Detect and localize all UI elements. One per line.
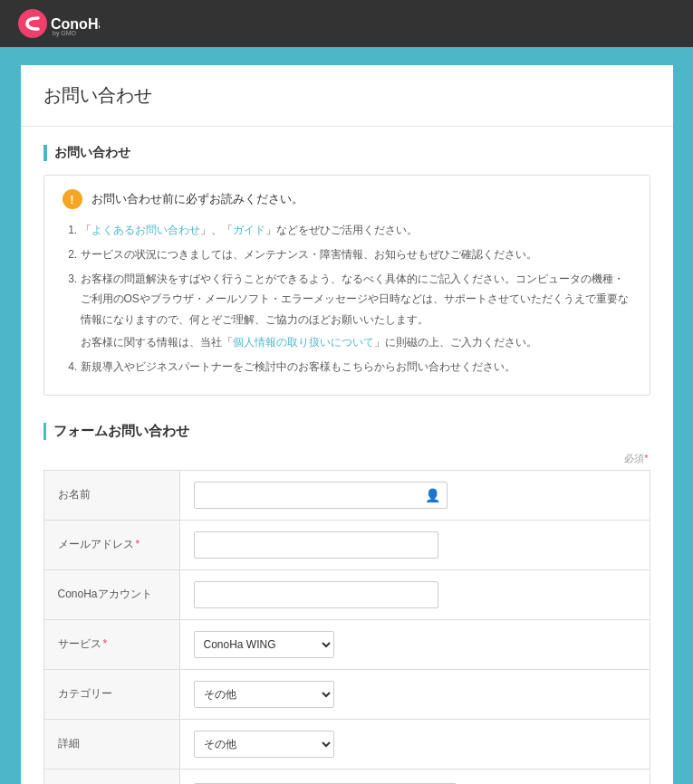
notice-section: お問い合わせ ! お問い合わせ前に必ずお読みください。 「よくあるお問い合わせ」…	[21, 127, 673, 423]
privacy-link[interactable]: 個人情報の取り扱いについて	[233, 336, 374, 349]
question-input-cell	[179, 769, 650, 784]
person-icon: 👤	[425, 488, 440, 502]
detail-label: 詳細	[43, 719, 179, 769]
guide-link[interactable]: ガイド	[233, 224, 265, 236]
contact-form-table: お名前 👤 メールアドレス ConoHaアカウント	[43, 470, 650, 784]
name-row: お名前 👤	[43, 470, 650, 520]
category-row: カテゴリー その他 お支払い 申し込み 技術的な質問	[43, 669, 650, 719]
faq-link[interactable]: よくあるお問い合わせ	[91, 224, 200, 236]
category-select[interactable]: その他 お支払い 申し込み 技術的な質問	[194, 681, 334, 708]
name-input-wrapper: 👤	[194, 482, 448, 509]
form-section-title: フォームお問い合わせ	[43, 423, 189, 440]
account-input[interactable]	[194, 581, 438, 608]
service-input-cell: ConoHa WING ConoHa VPS ConoHa for GAME C…	[179, 619, 650, 669]
section-header: お問い合わせ	[43, 145, 650, 161]
email-row: メールアドレス	[43, 520, 650, 569]
account-label: ConoHaアカウント	[43, 569, 179, 619]
detail-input-cell: その他 詳細1 詳細2	[179, 719, 650, 769]
svg-point-0	[18, 9, 47, 38]
notice-title-text: お問い合わせ前に必ずお読みください。	[91, 191, 303, 207]
account-row: ConoHaアカウント	[43, 569, 650, 619]
page-title: お問い合わせ	[43, 83, 650, 108]
svg-text:by GMO: by GMO	[53, 30, 77, 37]
logo: ConoHa by GMO	[18, 9, 100, 38]
notice-item-1: 「よくあるお問い合わせ」、「ガイド」などをぜひご活用ください。	[81, 220, 631, 241]
service-select[interactable]: ConoHa WING ConoHa VPS ConoHa for GAME C…	[194, 631, 334, 658]
question-label: ご質問内容	[43, 769, 179, 784]
question-row: ご質問内容	[43, 769, 650, 784]
form-section-header: フォームお問い合わせ	[43, 423, 650, 447]
page-title-bar: お問い合わせ	[21, 65, 673, 127]
service-label: サービス	[43, 619, 179, 669]
notice-item-3: お客様の問題解決をすばやく行うことができるよう、なるべく具体的にご記入ください。…	[81, 269, 631, 353]
notice-sub-3: お客様に関する情報は、当社「個人情報の取り扱いについて」に則磁の上、ご入力くださ…	[81, 332, 631, 353]
notice-header: ! お問い合わせ前に必ずお読みください。	[63, 189, 631, 209]
main-content: お問い合わせ お問い合わせ ! お問い合わせ前に必ずお読みください。 「よくある…	[21, 65, 673, 784]
name-label: お名前	[43, 470, 179, 520]
form-section: フォームお問い合わせ 必須* お名前 👤 メールアドレス	[21, 423, 673, 784]
notice-list: 「よくあるお問い合わせ」、「ガイド」などをぜひご活用ください。 サービスの状況に…	[63, 220, 631, 378]
required-star: *	[644, 453, 648, 464]
section-bar	[43, 145, 47, 161]
service-row: サービス ConoHa WING ConoHa VPS ConoHa for G…	[43, 619, 650, 669]
account-input-cell	[179, 569, 650, 619]
category-label: カテゴリー	[43, 669, 179, 719]
category-input-cell: その他 お支払い 申し込み 技術的な質問	[179, 669, 650, 719]
email-label: メールアドレス	[43, 520, 179, 569]
name-input[interactable]	[194, 482, 448, 509]
required-note-text: 必須	[624, 453, 644, 464]
section-title: お問い合わせ	[54, 145, 130, 161]
notice-box: ! お問い合わせ前に必ずお読みください。 「よくあるお問い合わせ」、「ガイド」な…	[43, 175, 650, 396]
notice-item-2: サービスの状況につきましては、メンテナンス・障害情報、お知らせもぜひご確認くださ…	[81, 244, 631, 265]
conoha-logo-svg: ConoHa by GMO	[18, 9, 100, 38]
notice-item-4: 新規導入やビジネスパートナーをご検討中のお客様もこちらからお問い合わせください。	[81, 357, 631, 378]
email-input-cell	[179, 520, 650, 569]
header: ConoHa by GMO	[0, 0, 693, 47]
email-input[interactable]	[194, 531, 438, 559]
detail-row: 詳細 その他 詳細1 詳細2	[43, 719, 650, 769]
detail-select[interactable]: その他 詳細1 詳細2	[194, 731, 334, 758]
warning-icon: !	[63, 189, 82, 209]
name-input-cell: 👤	[179, 470, 650, 520]
required-note: 必須*	[43, 452, 650, 465]
